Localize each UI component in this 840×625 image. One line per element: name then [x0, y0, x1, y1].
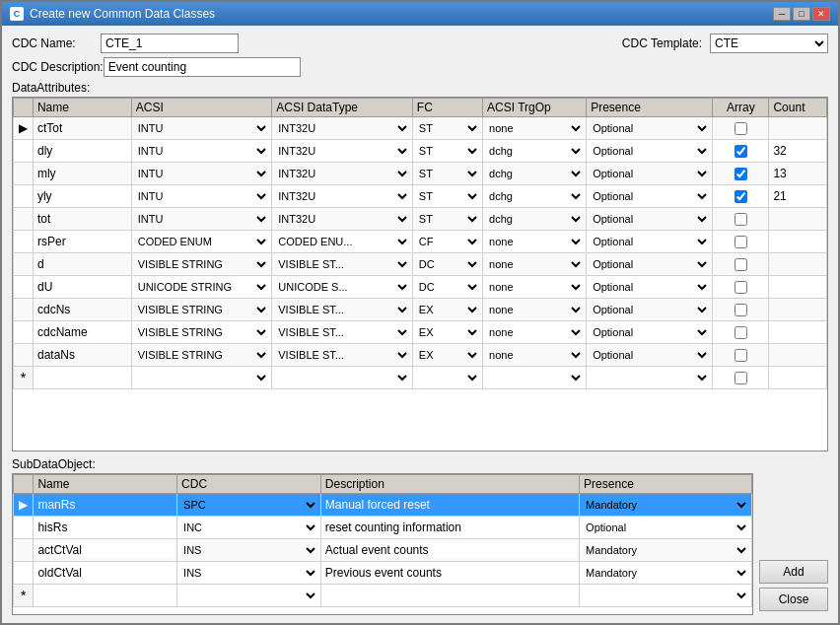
sub-new-cdc[interactable]	[177, 585, 321, 607]
cell-name[interactable]	[33, 276, 131, 299]
acsi-select[interactable]: VISIBLE STRING INTUCODED ENUMVISIBLE STR…	[134, 254, 270, 274]
sub-new-name-input[interactable]	[35, 589, 175, 602]
array-checkbox[interactable]	[735, 326, 747, 339]
sub-desc-input[interactable]	[323, 566, 577, 580]
fc-select[interactable]: ST STCFDCEX	[415, 141, 480, 161]
cell-count[interactable]	[769, 344, 827, 367]
sub-new-presence[interactable]	[580, 585, 752, 607]
cell-presence[interactable]: OptionalMandatoryConditionalForbidden	[587, 185, 713, 208]
sub-cell-presence[interactable]: Optional MandatoryOptionalConditional	[580, 517, 752, 539]
trgop-select[interactable]: none nonedchgdupd	[485, 300, 584, 319]
count-input[interactable]	[771, 280, 806, 294]
count-input[interactable]	[771, 121, 806, 135]
cell-fc[interactable]: EX STCFDCEX	[412, 321, 482, 344]
cell-acsi[interactable]: VISIBLE STRING INTUCODED ENUMVISIBLE STR…	[131, 253, 272, 276]
acsi-select[interactable]: UNICODE STRING INTUCODED ENUMVISIBLE STR…	[134, 277, 270, 297]
cell-name[interactable]	[33, 140, 131, 163]
cell-trgop[interactable]: none nonedchgdupd	[483, 231, 587, 253]
cell-trgop[interactable]: none nonedchgdupd	[483, 117, 587, 140]
sub-cell-desc[interactable]	[320, 562, 579, 585]
sub-data-row[interactable]: ▶ SPC SPCINCINS Mandatory MandatoryOptio…	[14, 494, 752, 517]
cell-array[interactable]	[713, 344, 769, 367]
cell-count[interactable]	[769, 321, 827, 344]
cell-acsi[interactable]: INTU INTUCODED ENUMVISIBLE STRINGUNICODE…	[131, 185, 272, 208]
acsitype-select[interactable]: UNICODE S...	[274, 277, 410, 297]
cell-array[interactable]	[713, 140, 769, 163]
sub-new-presence-select[interactable]	[582, 586, 749, 605]
sub-cell-cdc[interactable]: INS SPCINCINS	[177, 562, 321, 585]
sub-name-input[interactable]	[35, 521, 175, 534]
new-array-checkbox[interactable]	[735, 372, 747, 384]
name-input[interactable]	[35, 235, 129, 248]
presence-select[interactable]: OptionalMandatoryConditionalForbidden	[589, 232, 710, 251]
cell-presence[interactable]: OptionalMandatoryConditionalForbidden	[587, 163, 713, 185]
name-input[interactable]	[35, 280, 129, 294]
cell-acsitype[interactable]: INT32U	[272, 163, 413, 185]
cell-count[interactable]	[769, 117, 827, 140]
cell-acsi[interactable]: INTU INTUCODED ENUMVISIBLE STRINGUNICODE…	[131, 208, 272, 231]
cell-fc[interactable]: EX STCFDCEX	[412, 344, 482, 367]
cell-array[interactable]	[713, 185, 769, 208]
acsitype-select[interactable]: INT32U	[274, 164, 410, 183]
cell-name[interactable]	[33, 117, 131, 140]
cell-count[interactable]	[769, 140, 827, 163]
trgop-select[interactable]: dchg nonedchgdupd	[485, 164, 584, 183]
fc-select[interactable]: DC STCFDCEX	[415, 254, 480, 274]
cell-acsi[interactable]: VISIBLE STRING INTUCODED ENUMVISIBLE STR…	[131, 321, 272, 344]
new-presence-select[interactable]	[589, 368, 710, 387]
count-input[interactable]	[771, 144, 806, 158]
cell-count[interactable]	[769, 163, 827, 185]
array-checkbox[interactable]	[735, 190, 747, 203]
cell-acsi[interactable]: INTU INTUCODED ENUMVISIBLE STRINGUNICODE…	[131, 140, 272, 163]
sub-data-row[interactable]: INS SPCINCINS Mandatory MandatoryOptiona…	[14, 562, 752, 585]
cell-acsi[interactable]: INTU INTUCODED ENUMVISIBLE STRINGUNICODE…	[131, 117, 272, 140]
sub-name-input[interactable]	[35, 543, 175, 557]
cell-acsi[interactable]: VISIBLE STRING INTUCODED ENUMVISIBLE STR…	[131, 344, 272, 367]
sub-cell-cdc[interactable]: INS SPCINCINS	[177, 539, 321, 562]
acsi-select[interactable]: CODED ENUM INTUCODED ENUMVISIBLE STRINGU…	[134, 232, 270, 251]
cell-name[interactable]	[33, 344, 131, 367]
cell-fc[interactable]: ST STCFDCEX	[412, 163, 482, 185]
fc-select[interactable]: CF STCFDCEX	[415, 232, 480, 251]
name-input[interactable]	[35, 167, 129, 180]
cell-presence[interactable]: OptionalMandatoryConditionalForbidden	[587, 276, 713, 299]
acsitype-select[interactable]: VISIBLE ST...	[274, 300, 410, 319]
presence-select[interactable]: OptionalMandatoryConditionalForbidden	[589, 345, 710, 365]
array-checkbox[interactable]	[735, 304, 747, 316]
sub-cell-cdc[interactable]: INC SPCINCINS	[177, 517, 321, 539]
cdc-desc-input[interactable]	[104, 57, 301, 77]
sub-cdc-select[interactable]: INS SPCINCINS	[179, 563, 318, 583]
trgop-select[interactable]: none nonedchgdupd	[485, 118, 584, 138]
sub-new-name[interactable]	[34, 585, 177, 607]
cell-presence[interactable]: OptionalMandatoryConditionalForbidden	[587, 253, 713, 276]
name-input[interactable]	[35, 257, 129, 271]
fc-select[interactable]: EX STCFDCEX	[415, 322, 480, 342]
new-count-cell[interactable]	[769, 367, 827, 389]
acsi-select[interactable]: INTU INTUCODED ENUMVISIBLE STRINGUNICODE…	[134, 118, 270, 138]
sub-new-desc[interactable]	[320, 585, 579, 607]
sub-new-cdc-select[interactable]	[179, 586, 318, 605]
cell-trgop[interactable]: none nonedchgdupd	[483, 299, 587, 321]
cell-trgop[interactable]: dchg nonedchgdupd	[483, 208, 587, 231]
array-checkbox[interactable]	[735, 258, 747, 271]
cell-count[interactable]	[769, 231, 827, 253]
presence-select[interactable]: OptionalMandatoryConditionalForbidden	[589, 118, 710, 138]
array-checkbox[interactable]	[735, 145, 747, 158]
cell-presence[interactable]: OptionalMandatoryConditionalForbidden	[587, 231, 713, 253]
sub-cdc-select[interactable]: INC SPCINCINS	[179, 518, 318, 537]
cell-acsitype[interactable]: INT32U	[272, 185, 413, 208]
cell-name[interactable]	[33, 299, 131, 321]
sub-cell-name[interactable]	[34, 517, 177, 539]
presence-select[interactable]: OptionalMandatoryConditionalForbidden	[589, 254, 710, 274]
count-input[interactable]	[771, 167, 806, 180]
cell-count[interactable]	[769, 208, 827, 231]
new-array-cell[interactable]	[713, 367, 769, 389]
cell-presence[interactable]: OptionalMandatoryConditionalForbidden	[587, 299, 713, 321]
acsi-select[interactable]: VISIBLE STRING INTUCODED ENUMVISIBLE STR…	[134, 300, 270, 319]
sub-cell-name[interactable]	[34, 494, 177, 517]
close-window-button[interactable]: ✕	[812, 7, 830, 21]
name-input[interactable]	[35, 212, 129, 226]
array-checkbox[interactable]	[735, 349, 747, 362]
presence-select[interactable]: OptionalMandatoryConditionalForbidden	[589, 164, 710, 183]
acsi-select[interactable]: INTU INTUCODED ENUMVISIBLE STRINGUNICODE…	[134, 141, 270, 161]
